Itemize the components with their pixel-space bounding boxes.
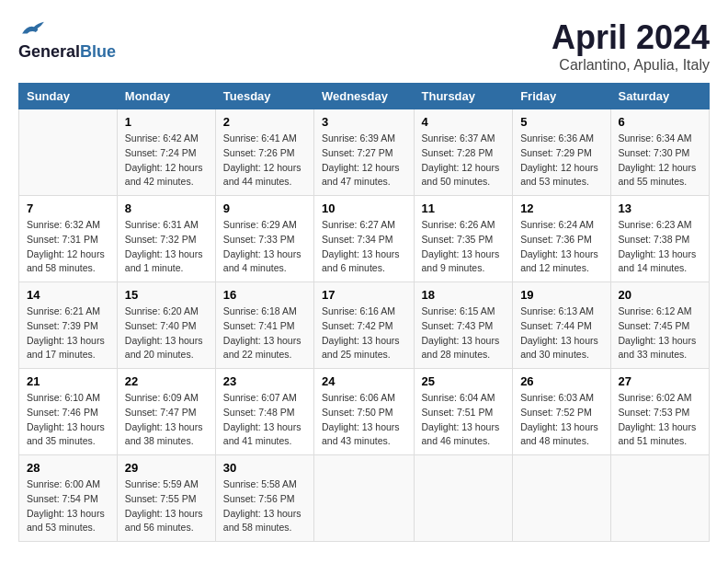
day-number: 7: [27, 201, 109, 215]
day-info: Sunrise: 6:03 AMSunset: 7:52 PMDaylight:…: [520, 391, 602, 449]
day-number: 13: [619, 201, 701, 215]
calendar-cell: 23Sunrise: 6:07 AMSunset: 7:48 PMDayligh…: [215, 369, 313, 455]
day-info: Sunrise: 6:42 AMSunset: 7:24 PMDaylight:…: [125, 132, 208, 190]
day-number: 29: [125, 461, 208, 475]
calendar-cell: 9Sunrise: 6:29 AMSunset: 7:33 PMDaylight…: [215, 196, 313, 282]
day-number: 23: [223, 374, 306, 388]
day-info: Sunrise: 6:27 AMSunset: 7:34 PMDaylight:…: [322, 218, 406, 276]
calendar-cell: 17Sunrise: 6:16 AMSunset: 7:42 PMDayligh…: [313, 282, 414, 369]
day-info: Sunrise: 5:58 AMSunset: 7:56 PMDaylight:…: [223, 477, 306, 535]
calendar-cell: 29Sunrise: 5:59 AMSunset: 7:55 PMDayligh…: [117, 455, 215, 542]
header-monday: Monday: [117, 84, 215, 109]
header-friday: Friday: [513, 84, 610, 109]
location: Carlantino, Apulia, Italy: [552, 57, 710, 74]
calendar-cell: 18Sunrise: 6:15 AMSunset: 7:43 PMDayligh…: [414, 282, 513, 369]
calendar-cell: 4Sunrise: 6:37 AMSunset: 7:28 PMDaylight…: [414, 109, 513, 196]
calendar-week-row: 14Sunrise: 6:21 AMSunset: 7:39 PMDayligh…: [19, 282, 710, 369]
day-number: 12: [520, 201, 602, 215]
calendar-cell: 5Sunrise: 6:36 AMSunset: 7:29 PMDaylight…: [513, 109, 610, 196]
day-info: Sunrise: 5:59 AMSunset: 7:55 PMDaylight:…: [125, 477, 208, 535]
page-header: General Blue April 2024 Carlantino, Apul…: [18, 18, 710, 74]
day-info: Sunrise: 6:02 AMSunset: 7:53 PMDaylight:…: [619, 391, 701, 449]
calendar-cell: 25Sunrise: 6:04 AMSunset: 7:51 PMDayligh…: [414, 369, 513, 455]
day-info: Sunrise: 6:36 AMSunset: 7:29 PMDaylight:…: [520, 132, 602, 190]
day-number: 17: [322, 288, 406, 302]
day-number: 10: [322, 201, 406, 215]
calendar-cell: 24Sunrise: 6:06 AMSunset: 7:50 PMDayligh…: [313, 369, 414, 455]
day-info: Sunrise: 6:06 AMSunset: 7:50 PMDaylight:…: [322, 391, 406, 449]
calendar-cell: [19, 109, 118, 196]
calendar-cell: 15Sunrise: 6:20 AMSunset: 7:40 PMDayligh…: [117, 282, 215, 369]
logo-general: General: [18, 42, 80, 62]
day-info: Sunrise: 6:37 AMSunset: 7:28 PMDaylight:…: [422, 132, 506, 190]
day-info: Sunrise: 6:04 AMSunset: 7:51 PMDaylight:…: [422, 391, 506, 449]
day-number: 26: [520, 374, 602, 388]
day-number: 28: [27, 461, 109, 475]
day-number: 18: [422, 288, 506, 302]
calendar-cell: 28Sunrise: 6:00 AMSunset: 7:54 PMDayligh…: [19, 455, 118, 542]
calendar-cell: 27Sunrise: 6:02 AMSunset: 7:53 PMDayligh…: [610, 369, 709, 455]
calendar-header-row: Sunday Monday Tuesday Wednesday Thursday…: [19, 84, 710, 109]
calendar-cell: 16Sunrise: 6:18 AMSunset: 7:41 PMDayligh…: [215, 282, 313, 369]
calendar-cell: [414, 455, 513, 542]
day-info: Sunrise: 6:32 AMSunset: 7:31 PMDaylight:…: [27, 218, 109, 276]
day-number: 30: [223, 461, 306, 475]
calendar-cell: 7Sunrise: 6:32 AMSunset: 7:31 PMDaylight…: [19, 196, 118, 282]
calendar-cell: 2Sunrise: 6:41 AMSunset: 7:26 PMDaylight…: [215, 109, 313, 196]
calendar-cell: [313, 455, 414, 542]
calendar-cell: 12Sunrise: 6:24 AMSunset: 7:36 PMDayligh…: [513, 196, 610, 282]
day-info: Sunrise: 6:39 AMSunset: 7:27 PMDaylight:…: [322, 132, 406, 190]
day-number: 22: [125, 374, 208, 388]
calendar-cell: 3Sunrise: 6:39 AMSunset: 7:27 PMDaylight…: [313, 109, 414, 196]
day-info: Sunrise: 6:26 AMSunset: 7:35 PMDaylight:…: [422, 218, 506, 276]
header-sunday: Sunday: [19, 84, 118, 109]
day-number: 14: [27, 288, 109, 302]
calendar-week-row: 28Sunrise: 6:00 AMSunset: 7:54 PMDayligh…: [19, 455, 710, 542]
header-tuesday: Tuesday: [215, 84, 313, 109]
day-info: Sunrise: 6:07 AMSunset: 7:48 PMDaylight:…: [223, 391, 306, 449]
header-wednesday: Wednesday: [313, 84, 414, 109]
day-info: Sunrise: 6:15 AMSunset: 7:43 PMDaylight:…: [422, 304, 506, 362]
month-title: April 2024: [552, 18, 710, 57]
day-number: 11: [422, 201, 506, 215]
day-info: Sunrise: 6:41 AMSunset: 7:26 PMDaylight:…: [223, 132, 306, 190]
day-info: Sunrise: 6:29 AMSunset: 7:33 PMDaylight:…: [223, 218, 306, 276]
calendar-week-row: 1Sunrise: 6:42 AMSunset: 7:24 PMDaylight…: [19, 109, 710, 196]
day-number: 6: [619, 115, 701, 129]
calendar-cell: 11Sunrise: 6:26 AMSunset: 7:35 PMDayligh…: [414, 196, 513, 282]
day-number: 27: [619, 374, 701, 388]
day-info: Sunrise: 6:09 AMSunset: 7:47 PMDaylight:…: [125, 391, 208, 449]
day-info: Sunrise: 6:10 AMSunset: 7:46 PMDaylight:…: [27, 391, 109, 449]
calendar-cell: 10Sunrise: 6:27 AMSunset: 7:34 PMDayligh…: [313, 196, 414, 282]
day-number: 3: [322, 115, 406, 129]
day-info: Sunrise: 6:24 AMSunset: 7:36 PMDaylight:…: [520, 218, 602, 276]
calendar-cell: [513, 455, 610, 542]
day-info: Sunrise: 6:16 AMSunset: 7:42 PMDaylight:…: [322, 304, 406, 362]
day-number: 20: [619, 288, 701, 302]
calendar-cell: 6Sunrise: 6:34 AMSunset: 7:30 PMDaylight…: [610, 109, 709, 196]
day-info: Sunrise: 6:00 AMSunset: 7:54 PMDaylight:…: [27, 477, 109, 535]
calendar-week-row: 21Sunrise: 6:10 AMSunset: 7:46 PMDayligh…: [19, 369, 710, 455]
calendar-cell: 21Sunrise: 6:10 AMSunset: 7:46 PMDayligh…: [19, 369, 118, 455]
title-section: April 2024 Carlantino, Apulia, Italy: [552, 18, 710, 74]
calendar-cell: [610, 455, 709, 542]
calendar-table: Sunday Monday Tuesday Wednesday Thursday…: [18, 83, 710, 542]
day-info: Sunrise: 6:31 AMSunset: 7:32 PMDaylight:…: [125, 218, 208, 276]
day-info: Sunrise: 6:12 AMSunset: 7:45 PMDaylight:…: [619, 304, 701, 362]
header-thursday: Thursday: [414, 84, 513, 109]
day-info: Sunrise: 6:34 AMSunset: 7:30 PMDaylight:…: [619, 132, 701, 190]
logo-bird-icon: [20, 18, 46, 39]
calendar-cell: 22Sunrise: 6:09 AMSunset: 7:47 PMDayligh…: [117, 369, 215, 455]
day-number: 9: [223, 201, 306, 215]
day-number: 24: [322, 374, 406, 388]
day-number: 4: [422, 115, 506, 129]
calendar-cell: 14Sunrise: 6:21 AMSunset: 7:39 PMDayligh…: [19, 282, 118, 369]
calendar-cell: 26Sunrise: 6:03 AMSunset: 7:52 PMDayligh…: [513, 369, 610, 455]
day-number: 5: [520, 115, 602, 129]
calendar-cell: 13Sunrise: 6:23 AMSunset: 7:38 PMDayligh…: [610, 196, 709, 282]
day-info: Sunrise: 6:23 AMSunset: 7:38 PMDaylight:…: [619, 218, 701, 276]
day-info: Sunrise: 6:20 AMSunset: 7:40 PMDaylight:…: [125, 304, 208, 362]
header-saturday: Saturday: [610, 84, 709, 109]
calendar-cell: 1Sunrise: 6:42 AMSunset: 7:24 PMDaylight…: [117, 109, 215, 196]
day-number: 25: [422, 374, 506, 388]
